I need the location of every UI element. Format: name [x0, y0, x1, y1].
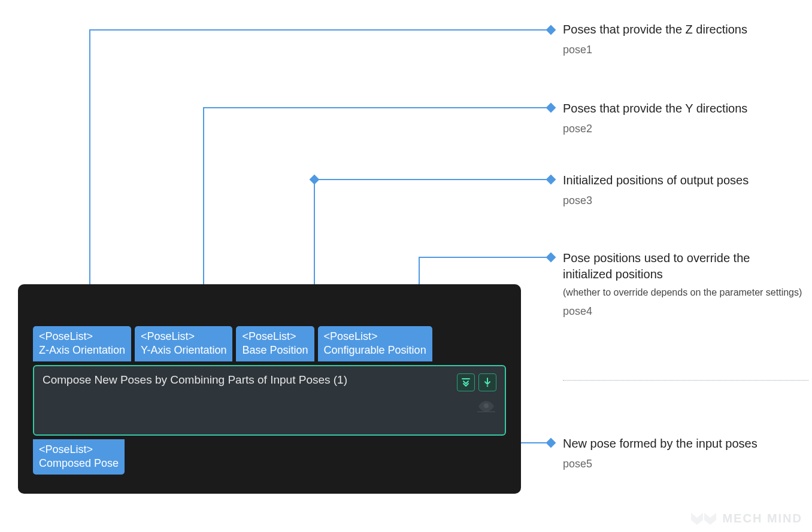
annotation-initialized-positions: Initialized positions of output poses po…: [563, 172, 749, 207]
annotation-sub: (whether to override depends on the para…: [563, 286, 802, 299]
annotation-override-positions: Pose positions used to override the init…: [563, 250, 802, 318]
annotation-y-directions: Poses that provide the Y directions pose…: [563, 101, 747, 135]
port-name: Y-Axis Orientation: [141, 343, 226, 357]
input-port-configurable-position[interactable]: <PoseList> Configurable Position: [318, 326, 432, 361]
section-divider: [563, 380, 808, 381]
annotation-title: New pose formed by the input poses: [563, 436, 758, 452]
visibility-eye-icon[interactable]: [476, 399, 496, 414]
port-name: Base Position: [242, 343, 308, 357]
annotation-title: Poses that provide the Z directions: [563, 22, 747, 38]
annotation-title: Poses that provide the Y directions: [563, 101, 747, 117]
watermark-logo-icon: [690, 510, 717, 526]
annotation-output-pose: New pose formed by the input poses pose5: [563, 436, 758, 470]
node-body[interactable]: Compose New Poses by Combining Parts of …: [33, 365, 506, 436]
port-type: <PoseList>: [39, 330, 125, 343]
annotation-title: Pose positions used to override the init…: [563, 250, 802, 282]
annotation-tag: pose4: [563, 305, 802, 318]
port-name: Composed Pose: [39, 457, 119, 470]
execute-down-icon[interactable]: [478, 373, 496, 391]
annotation-tag: pose2: [563, 123, 747, 135]
input-port-base-position[interactable]: <PoseList> Base Position: [236, 326, 314, 361]
input-port-z-axis[interactable]: <PoseList> Z-Axis Orientation: [33, 326, 131, 361]
node-title: Compose New Poses by Combining Parts of …: [43, 373, 347, 387]
port-name: Z-Axis Orientation: [39, 343, 125, 357]
svg-point-0: [487, 385, 489, 387]
expand-down-icon[interactable]: [457, 373, 475, 391]
port-type: <PoseList>: [39, 443, 119, 457]
svg-point-1: [484, 403, 489, 408]
port-name: Configurable Position: [324, 343, 426, 357]
node-icon-group: [457, 373, 496, 414]
port-type: <PoseList>: [242, 330, 308, 343]
input-port-y-axis[interactable]: <PoseList> Y-Axis Orientation: [135, 326, 232, 361]
annotation-tag: pose5: [563, 458, 758, 470]
watermark: MECH MIND: [690, 510, 802, 526]
annotation-tag: pose3: [563, 194, 749, 207]
port-type: <PoseList>: [324, 330, 426, 343]
annotation-tag: pose1: [563, 44, 747, 56]
watermark-text: MECH MIND: [722, 512, 802, 525]
output-port-composed-pose[interactable]: <PoseList> Composed Pose: [33, 439, 125, 475]
output-ports-row: <PoseList> Composed Pose: [33, 439, 506, 475]
annotation-title: Initialized positions of output poses: [563, 172, 749, 189]
input-ports-row: <PoseList> Z-Axis Orientation <PoseList>…: [33, 326, 506, 361]
annotation-z-directions: Poses that provide the Z directions pose…: [563, 22, 747, 56]
port-type: <PoseList>: [141, 330, 226, 343]
node-panel: <PoseList> Z-Axis Orientation <PoseList>…: [18, 284, 521, 494]
diagram-canvas: Poses that provide the Z directions pose…: [0, 0, 812, 532]
